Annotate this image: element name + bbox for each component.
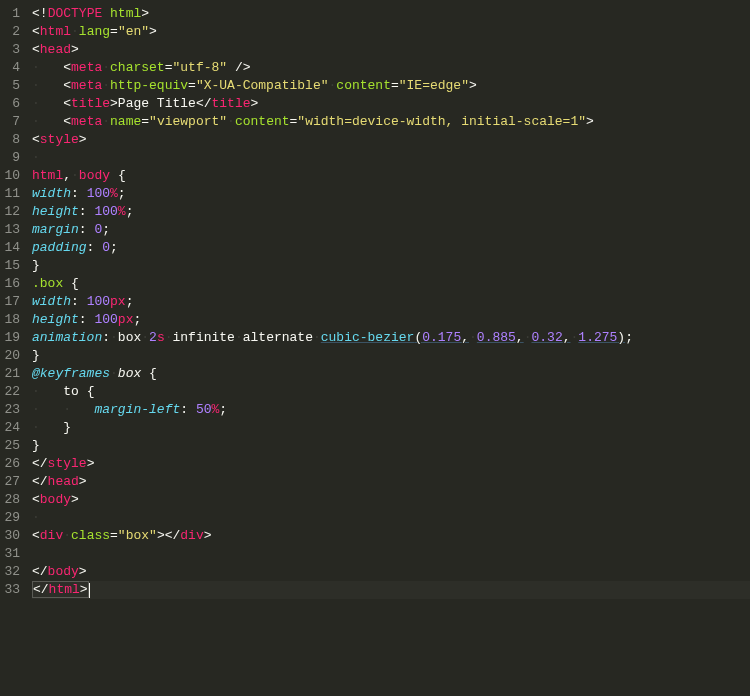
code-line[interactable]: <!DOCTYPE html> [32,5,750,23]
code-line[interactable]: </html> [32,581,750,599]
line-number: 18 [4,311,20,329]
code-line[interactable]: @keyframes·box { [32,365,750,383]
code-line[interactable]: · <meta·name="viewport"·content="width=d… [32,113,750,131]
line-number: 4 [4,59,20,77]
code-line[interactable]: </body> [32,563,750,581]
line-number: 22 [4,383,20,401]
line-number: 13 [4,221,20,239]
line-number: 2 [4,23,20,41]
code-line[interactable]: · <meta·charset="utf-8" /> [32,59,750,77]
code-line[interactable]: } [32,347,750,365]
line-number: 28 [4,491,20,509]
line-number: 19 [4,329,20,347]
code-line[interactable]: </style> [32,455,750,473]
code-line[interactable]: html,·body { [32,167,750,185]
line-number: 1 [4,5,20,23]
code-line[interactable]: <style> [32,131,750,149]
line-number: 11 [4,185,20,203]
code-line[interactable]: padding: 0; [32,239,750,257]
code-line[interactable]: · to { [32,383,750,401]
code-line[interactable]: height: 100%; [32,203,750,221]
code-line[interactable]: · } [32,419,750,437]
line-number: 17 [4,293,20,311]
code-line[interactable]: <head> [32,41,750,59]
code-line[interactable]: </head> [32,473,750,491]
code-area[interactable]: <!DOCTYPE html><html·lang="en"><head>· <… [28,0,750,696]
line-number: 27 [4,473,20,491]
code-line[interactable]: animation:·box·2s·infinite·alternate·cub… [32,329,750,347]
line-number: 33 [4,581,20,599]
line-number: 26 [4,455,20,473]
line-number: 30 [4,527,20,545]
line-number: 29 [4,509,20,527]
line-number: 15 [4,257,20,275]
line-number: 25 [4,437,20,455]
line-number: 5 [4,77,20,95]
code-line[interactable] [32,545,750,563]
line-number: 24 [4,419,20,437]
code-line[interactable]: margin: 0; [32,221,750,239]
code-line[interactable]: <div·class="box"></div> [32,527,750,545]
line-number: 14 [4,239,20,257]
code-line[interactable]: <body> [32,491,750,509]
line-number: 3 [4,41,20,59]
line-number: 8 [4,131,20,149]
line-number: 10 [4,167,20,185]
line-number: 21 [4,365,20,383]
code-line[interactable]: · <title>Page Title</title> [32,95,750,113]
code-line[interactable]: width: 100%; [32,185,750,203]
code-line[interactable]: · <meta·http-equiv="X-UA-Compatible"·con… [32,77,750,95]
code-line[interactable]: } [32,257,750,275]
code-line[interactable]: .box { [32,275,750,293]
code-line[interactable]: width: 100px; [32,293,750,311]
line-number: 20 [4,347,20,365]
code-line[interactable]: height: 100px; [32,311,750,329]
line-number: 7 [4,113,20,131]
code-line[interactable]: · [32,509,750,527]
line-number: 23 [4,401,20,419]
line-number: 9 [4,149,20,167]
line-number-gutter: 1234567891011121314151617181920212223242… [0,0,28,696]
code-editor[interactable]: 1234567891011121314151617181920212223242… [0,0,750,696]
code-line[interactable]: · [32,149,750,167]
line-number: 32 [4,563,20,581]
line-number: 6 [4,95,20,113]
line-number: 16 [4,275,20,293]
code-line[interactable]: <html·lang="en"> [32,23,750,41]
code-line[interactable]: } [32,437,750,455]
line-number: 31 [4,545,20,563]
line-number: 12 [4,203,20,221]
code-line[interactable]: · · margin-left: 50%; [32,401,750,419]
